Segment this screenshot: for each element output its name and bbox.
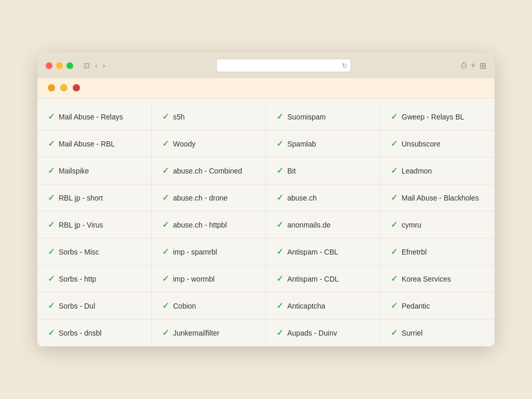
item-label: Woody — [173, 140, 195, 148]
grid-view-icon[interactable]: ⊞ — [480, 61, 486, 71]
list-item: ✓RBL jp - Virus — [37, 211, 152, 238]
item-label: abuse.ch - Combined — [173, 167, 242, 175]
list-item: ✓Antispam - CDL — [266, 265, 380, 292]
check-icon: ✓ — [276, 301, 283, 311]
check-icon: ✓ — [391, 328, 397, 338]
item-label: abuse.ch - drone — [173, 194, 228, 202]
list-item: ✓abuse.ch - httpbl — [152, 211, 266, 238]
check-icon: ✓ — [391, 220, 397, 230]
check-icon: ✓ — [276, 220, 283, 230]
check-icon: ✓ — [162, 166, 169, 176]
refresh-icon: ↻ — [342, 62, 348, 70]
list-item: ✓Sorbs - Dul — [37, 292, 152, 320]
list-item: ✓Suomispam — [266, 103, 380, 130]
list-item: ✓Sorbs - dnsbl — [37, 320, 152, 347]
list-item: ✓Unsubscore — [380, 130, 495, 157]
forward-button[interactable]: › — [102, 61, 107, 70]
list-item: ✓Pedantic — [380, 292, 495, 320]
item-label: Unsubscore — [402, 140, 441, 148]
item-label: Anticaptcha — [287, 302, 325, 310]
item-label: Antispam - CDL — [287, 275, 339, 283]
item-label: Junkemailfilter — [173, 329, 219, 337]
share-icon[interactable]: ⎙ — [461, 61, 467, 71]
item-label: RBL jp - short — [59, 194, 103, 202]
item-label: abuse.ch - httpbl — [173, 221, 227, 229]
list-item: ✓abuse.ch - Combined — [152, 157, 266, 184]
list-item: ✓Leadmon — [380, 157, 495, 184]
browser-window: ⊡ ‹ › ↻ ⎙ + ⊞ ✓Mail Abuse - Relays✓s5h✓S… — [37, 52, 495, 347]
nav-controls: ⊡ ‹ › — [83, 61, 106, 70]
list-item: ✓Anticaptcha — [266, 292, 380, 320]
minimize-button[interactable] — [56, 62, 63, 69]
back-button[interactable]: ‹ — [94, 61, 99, 70]
list-item: ✓Bit — [266, 157, 380, 184]
list-item: ✓Mail Abuse - Blackholes — [380, 184, 495, 211]
check-icon: ✓ — [391, 301, 397, 311]
item-label: Bit — [287, 167, 296, 175]
item-label: Mail Abuse - Blackholes — [402, 194, 479, 202]
items-grid: ✓Mail Abuse - Relays✓s5h✓Suomispam✓Gweep… — [37, 103, 495, 347]
check-icon: ✓ — [48, 301, 55, 311]
toolbar-dot-red — [73, 84, 80, 91]
check-icon: ✓ — [276, 139, 283, 149]
item-label: Korea Services — [402, 275, 451, 283]
item-label: RBL jp - Virus — [59, 221, 103, 229]
item-label: Mailspike — [59, 167, 89, 175]
item-label: Suomispam — [287, 113, 326, 121]
item-label: Mail Abuse - Relays — [59, 113, 123, 121]
check-icon: ✓ — [48, 274, 55, 284]
check-icon: ✓ — [391, 247, 397, 257]
check-icon: ✓ — [162, 328, 169, 338]
list-item: ✓s5h — [152, 103, 266, 130]
item-label: Mail Abuse - RBL — [59, 140, 115, 148]
check-icon: ✓ — [162, 139, 169, 149]
item-label: Pedantic — [402, 302, 430, 310]
check-icon: ✓ — [48, 112, 55, 122]
list-item: ✓Korea Services — [380, 265, 495, 292]
browser-titlebar: ⊡ ‹ › ↻ ⎙ + ⊞ — [37, 52, 495, 78]
list-item: ✓Sorbs - http — [37, 265, 152, 292]
item-label: Sorbs - dnsbl — [59, 329, 101, 337]
maximize-button[interactable] — [66, 62, 73, 69]
item-label: Gweep - Relays BL — [402, 113, 464, 121]
check-icon: ✓ — [391, 274, 397, 284]
check-icon: ✓ — [48, 247, 55, 257]
new-tab-button[interactable]: + — [471, 61, 475, 71]
list-item: ✓Surriel — [380, 320, 495, 347]
list-item: ✓Gweep - Relays BL — [380, 103, 495, 130]
toolbar-dot-yellow — [60, 84, 68, 91]
check-icon: ✓ — [276, 166, 283, 176]
check-icon: ✓ — [276, 112, 283, 122]
item-label: Cobion — [173, 302, 196, 310]
list-item: ✓Mailspike — [37, 157, 152, 184]
list-item: ✓cymru — [380, 211, 495, 238]
close-button[interactable] — [46, 62, 52, 69]
item-label: Aupads - Duinv — [287, 329, 337, 337]
check-icon: ✓ — [48, 328, 55, 338]
list-item: ✓Junkemailfilter — [152, 320, 266, 347]
check-icon: ✓ — [391, 112, 397, 122]
item-label: Leadmon — [402, 167, 432, 175]
check-icon: ✓ — [162, 112, 169, 122]
list-item: ✓Sorbs - Misc — [37, 238, 152, 265]
item-label: abuse.ch — [287, 194, 317, 202]
list-item: ✓imp - wormbl — [152, 265, 266, 292]
check-icon: ✓ — [162, 220, 169, 230]
item-label: Sorbs - Dul — [59, 302, 95, 310]
list-item: ✓Mail Abuse - Relays — [37, 103, 152, 130]
toolbar-dot-orange — [48, 84, 55, 91]
check-icon: ✓ — [48, 139, 55, 149]
url-bar-wrapper: ↻ — [111, 59, 456, 72]
list-item: ✓abuse.ch — [266, 184, 380, 211]
item-label: Sorbs - Misc — [59, 248, 99, 256]
item-label: s5h — [173, 113, 185, 121]
item-label: anonmails.de — [287, 221, 330, 229]
check-icon: ✓ — [276, 193, 283, 203]
check-icon: ✓ — [276, 328, 283, 338]
content-area: ✓Mail Abuse - Relays✓s5h✓Suomispam✓Gweep… — [37, 98, 495, 347]
list-item: ✓Spamlab — [266, 130, 380, 157]
url-bar[interactable]: ↻ — [216, 59, 351, 72]
traffic-lights — [46, 62, 73, 69]
list-item: ✓Efnetrbl — [380, 238, 495, 265]
check-icon: ✓ — [391, 166, 397, 176]
